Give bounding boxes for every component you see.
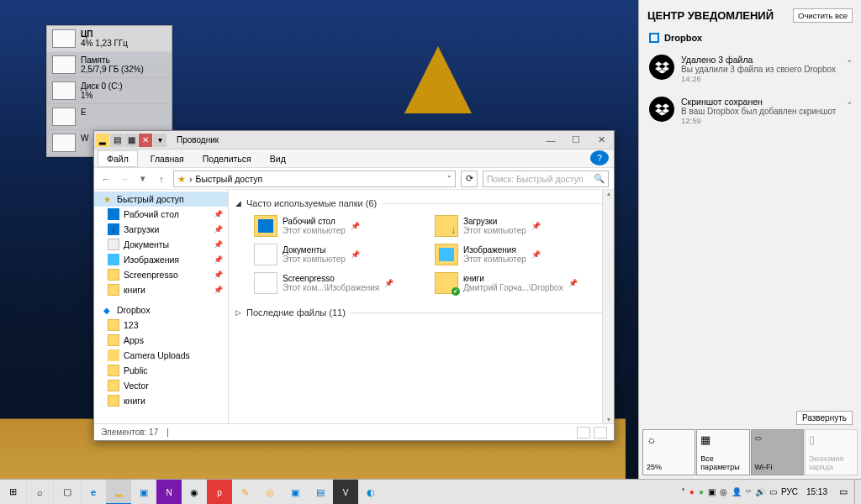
- action-center-icon[interactable]: ▭: [832, 480, 854, 505]
- item-downloads[interactable]: ЗагрузкиЭтот компьютер📌: [433, 213, 607, 239]
- onenote-app[interactable]: N: [156, 480, 182, 504]
- qat-icon-explorer[interactable]: ▂: [96, 134, 109, 147]
- task-view-button[interactable]: ▢: [54, 480, 81, 505]
- minimize-button[interactable]: —: [538, 131, 563, 150]
- tray-people-icon[interactable]: 👤: [732, 487, 742, 496]
- item-screenpresso[interactable]: ScreenpressoЭтот ком...\Изображения📌: [252, 270, 426, 296]
- tray-box-icon[interactable]: ▣: [708, 487, 716, 496]
- help-icon[interactable]: ?: [590, 150, 609, 165]
- ribbon-home[interactable]: Главная: [141, 150, 193, 167]
- circle-app[interactable]: ◎: [257, 480, 283, 504]
- chevron-down-icon[interactable]: ⌄: [846, 55, 853, 83]
- notification-item[interactable]: Скриншот сохранен В ваш Dropbox был доба…: [639, 90, 861, 132]
- tray-volume-icon[interactable]: 🔊: [755, 487, 765, 496]
- notification-item[interactable]: Удалено 3 файла Вы удалили 3 файла из св…: [639, 48, 861, 90]
- nav-up[interactable]: ↑: [155, 174, 168, 184]
- sidebar-public[interactable]: Public: [94, 363, 228, 378]
- b-app[interactable]: ▤: [308, 480, 333, 504]
- close-button[interactable]: ✕: [589, 131, 614, 150]
- expand-button[interactable]: Развернуть: [796, 411, 853, 425]
- tray-location-icon[interactable]: ◎: [720, 487, 727, 496]
- blue-app[interactable]: ▣: [283, 480, 308, 504]
- search-box[interactable]: Поиск: Быстрый доступ 🔍: [483, 171, 609, 187]
- sidebar-quick-access[interactable]: ★Быстрый доступ: [94, 192, 228, 207]
- sun-icon: ☼: [647, 433, 691, 446]
- qat-newfolder[interactable]: ▦: [124, 134, 138, 147]
- qat-close[interactable]: ✕: [139, 134, 152, 147]
- view-tiles-icon[interactable]: [594, 427, 607, 438]
- item-pictures[interactable]: ИзображенияЭтот компьютер📌: [433, 242, 607, 267]
- telegram-app[interactable]: ◐: [358, 480, 383, 504]
- group-frequent[interactable]: ◢ Часто используемые папки (6): [235, 198, 607, 208]
- chevron-down-icon[interactable]: ⌄: [846, 97, 853, 125]
- sidebar-apps[interactable]: Apps: [94, 333, 228, 348]
- content-pane: ◢ Часто используемые папки (6) Рабочий с…: [229, 190, 614, 423]
- sidebar-books[interactable]: книги📌: [94, 282, 228, 297]
- nav-forward[interactable]: →: [118, 174, 131, 184]
- nav-recent[interactable]: ▾: [136, 173, 150, 184]
- tray-green-icon[interactable]: ●: [699, 487, 704, 496]
- explorer-titlebar[interactable]: ▂ ▤ ▦ ✕ ▾ Проводник — ☐ ✕: [94, 131, 614, 150]
- ribbon-share[interactable]: Поделиться: [193, 150, 261, 167]
- item-books[interactable]: книгиДмитрий Горча...\Dropbox📌: [433, 270, 607, 296]
- pencil-app[interactable]: ✎: [232, 480, 257, 504]
- start-button[interactable]: ⊞: [0, 480, 27, 505]
- item-desktop[interactable]: Рабочий столЭтот компьютер📌: [252, 213, 426, 239]
- qa-settings[interactable]: ▦Все параметры: [696, 429, 749, 475]
- group-recent[interactable]: ▷ Последние файлы (11): [235, 307, 607, 318]
- clear-all-button[interactable]: Очистить все: [793, 8, 853, 23]
- search-button[interactable]: ⌕: [27, 480, 54, 505]
- tray-battery-icon[interactable]: ▭: [769, 487, 777, 496]
- tray-circle-icon[interactable]: ●: [689, 487, 695, 496]
- sidebar-camera[interactable]: Camera Uploads: [94, 348, 228, 363]
- qa-battery[interactable]: ▯Экономия заряда: [805, 429, 858, 475]
- v-app[interactable]: V: [333, 480, 358, 504]
- sysmon-cpu[interactable]: ЦП4% 1,23 ГГц: [47, 26, 172, 52]
- sidebar-pictures[interactable]: Изображения📌: [94, 252, 228, 267]
- scrollbar[interactable]: [602, 190, 614, 423]
- qat-properties[interactable]: ▤: [110, 134, 124, 147]
- notif-app-header[interactable]: Dropbox: [639, 28, 861, 48]
- search-icon: 🔍: [594, 173, 605, 184]
- ribbon-view[interactable]: Вид: [261, 150, 295, 167]
- sidebar-vector[interactable]: Vector: [94, 378, 228, 393]
- address-bar[interactable]: ★ › Быстрый доступ ˅: [173, 171, 456, 187]
- tray-lang[interactable]: РУС: [781, 487, 798, 496]
- pin-icon: 📌: [214, 255, 223, 264]
- p-app[interactable]: p: [207, 480, 232, 504]
- sysmon-memory[interactable]: Память2,5/7,9 ГБ (32%): [47, 52, 172, 78]
- chevron-right-icon: ▷: [235, 308, 241, 317]
- qat-dropdown[interactable]: ▾: [153, 134, 166, 147]
- sidebar-screenpresso[interactable]: Screenpresso📌: [94, 267, 228, 282]
- maximize-button[interactable]: ☐: [563, 131, 589, 150]
- explorer-app[interactable]: ▂: [106, 480, 131, 504]
- sysmon-disk[interactable]: Диск 0 (C:)1%: [47, 78, 172, 104]
- sidebar-books2[interactable]: книги: [94, 393, 228, 408]
- action-center: ЦЕНТР УВЕДОМЛЕНИЙ Очистить все Dropbox У…: [638, 0, 861, 479]
- nav-back[interactable]: ←: [99, 174, 113, 184]
- qa-brightness[interactable]: ☼25%: [642, 429, 695, 475]
- qa-wifi[interactable]: ⌔Wi-Fi: [751, 429, 804, 475]
- item-documents[interactable]: ДокументыЭтот компьютер📌: [252, 242, 426, 267]
- view-details-icon[interactable]: [577, 427, 590, 438]
- tray-wifi-icon[interactable]: ⌔: [746, 487, 751, 496]
- system-tray: ˄ ● ● ▣ ◎ 👤 ⌔ 🔊 ▭ РУС: [678, 487, 801, 496]
- tray-chevron-icon[interactable]: ˄: [681, 487, 685, 496]
- store-app[interactable]: ▣: [131, 480, 156, 504]
- sidebar-documents[interactable]: Документы📌: [94, 237, 228, 252]
- window-title: Проводник: [177, 135, 538, 144]
- sidebar-downloads[interactable]: ↓Загрузки📌: [94, 222, 228, 237]
- sidebar-dropbox[interactable]: ◆Dropbox: [94, 302, 228, 318]
- sidebar-desktop[interactable]: Рабочий стол📌: [94, 207, 228, 222]
- show-desktop-button[interactable]: [854, 480, 861, 504]
- star-icon: ★: [177, 174, 186, 184]
- pin-icon: 📌: [214, 286, 223, 294]
- edge-app[interactable]: e: [81, 480, 106, 504]
- sidebar-123[interactable]: 123: [94, 318, 228, 333]
- taskbar-clock[interactable]: 15:13: [801, 487, 832, 496]
- chrome-app[interactable]: ◉: [182, 480, 207, 504]
- sysmon-ethernet[interactable]: E: [47, 104, 172, 130]
- ribbon-file[interactable]: Файл: [98, 150, 138, 167]
- navigation-pane: ★Быстрый доступ Рабочий стол📌 ↓Загрузки📌…: [94, 190, 229, 423]
- refresh-button[interactable]: ⟳: [461, 171, 478, 187]
